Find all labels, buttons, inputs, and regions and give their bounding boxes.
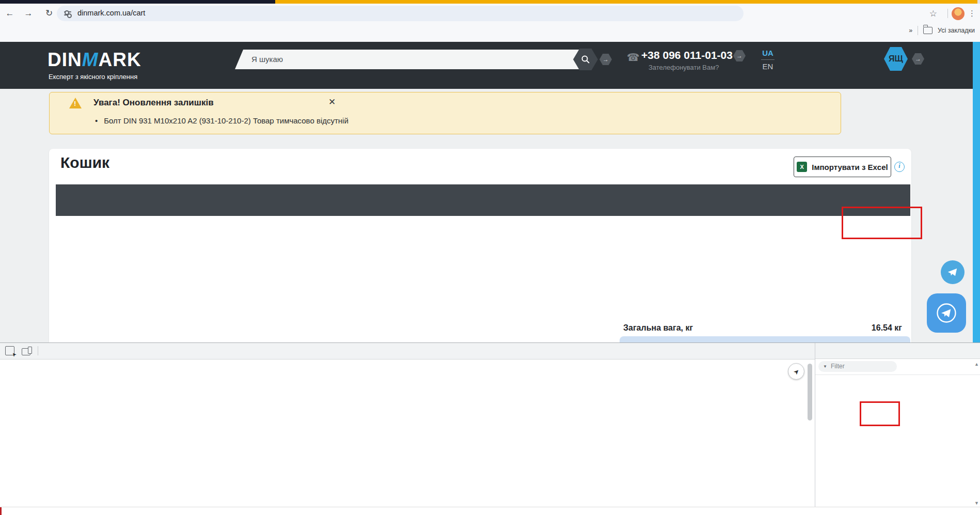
telegram-icon [947,267,958,278]
telegram-float-large[interactable] [927,293,966,333]
user-account-button[interactable]: ЯЩ [884,47,908,71]
address-bar[interactable]: dinmark.com.ua/cart [57,6,744,21]
styles-pane: Filter [815,343,980,515]
lang-ua[interactable]: UA [761,49,774,57]
lang-en[interactable]: EN [761,62,774,71]
import-excel-button[interactable]: X Імпортувати з Excel [794,157,891,177]
alert-title: Увага! Оновлення залишків [93,98,214,108]
scroll-into-view-button[interactable]: ➤ [788,363,804,380]
total-weight-value: 16.54 кг [799,323,902,333]
cart-table-header [56,184,910,216]
cart-card: Кошик X Імпортувати з Excel i Загальна в… [49,149,911,342]
scroll-down-arrow[interactable]: ▼ [974,501,979,506]
elements-tree[interactable] [0,360,814,507]
screen: ← → ↻ dinmark.com.ua/cart ☆ ⋮ » Усі закл… [0,0,980,515]
search-input[interactable]: Я шукаю [235,50,580,69]
annotation-rect-css [860,401,900,426]
scroll-up-arrow[interactable]: ▲ [974,362,979,367]
alert-close-icon[interactable]: ✕ [328,97,336,107]
callback-link[interactable]: Зателефонувати Вам? [649,64,719,71]
site-tagline: Експерт з якісного кріплення [49,73,137,81]
summary-bar-top [620,336,910,342]
url-text[interactable]: dinmark.com.ua/cart [77,9,145,17]
devtools-breadcrumbs [0,507,980,515]
profile-avatar[interactable] [952,7,965,20]
inspect-element-icon[interactable] [5,346,14,355]
all-bookmarks-label[interactable]: Усі закладки [938,27,975,34]
user-arrow-button[interactable]: → [912,53,924,65]
elements-scrollbar[interactable] [808,364,812,420]
page-scrollbar[interactable] [973,42,980,342]
forward-icon[interactable]: → [22,7,35,20]
alert-item: Болт DIN 931 M10x210 A2 (931-10-210-2) Т… [95,116,349,125]
devtools-panel: 18 ! 1 ⚙ ⋮ ✕ ➤ Filter ▲ ▼ [0,342,980,515]
import-info-icon[interactable]: i [894,162,905,172]
browser-toolbar: ← → ↻ dinmark.com.ua/cart ☆ ⋮ [0,4,980,23]
telegram-float-small[interactable] [941,260,965,284]
reload-icon[interactable]: ↻ [42,7,56,20]
site-info-icon[interactable] [64,10,71,17]
browser-menu-icon[interactable]: ⋮ [968,9,976,18]
search-icon [581,55,590,64]
site-logo[interactable]: DINMARK [48,49,141,71]
folder-icon [923,27,932,34]
breadcrumb-accent [0,507,2,515]
bookmarks-bar: » Усі закладки [0,23,980,42]
stock-alert: Увага! Оновлення залишків ✕ Болт DIN 931… [49,92,841,134]
bookmarks-overflow-icon[interactable]: » [909,27,912,34]
bookmark-star-icon[interactable]: ☆ [929,8,937,19]
excel-icon: X [797,162,807,172]
device-toolbar-icon[interactable] [22,348,30,355]
page-title: Кошик [60,154,109,171]
back-icon[interactable]: ← [3,7,17,20]
phone-icon: ☎ [627,51,640,64]
total-weight-label: Загальна вага, кг [623,323,693,333]
styles-filter-input[interactable]: Filter [818,361,897,372]
window-top-strip [0,0,980,4]
annotation-rect-price [842,207,922,239]
search-submit-arrow[interactable]: → [599,54,612,65]
warning-icon [69,98,82,108]
site-header: DINMARK Експерт з якісного кріплення Я ш… [0,42,980,89]
toolbar-right-cluster: ☆ ⋮ [929,6,976,21]
telegram-icon [936,303,957,323]
